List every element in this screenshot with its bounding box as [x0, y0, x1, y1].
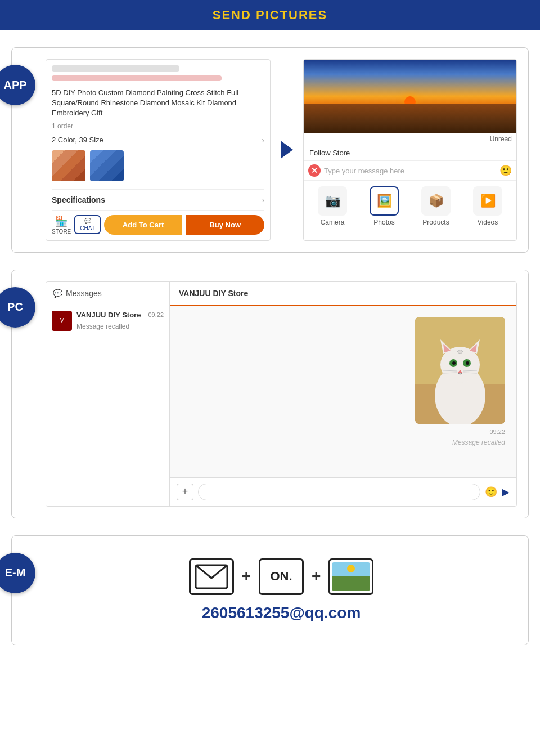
em-badge: E-M — [0, 553, 35, 593]
svg-point-11 — [466, 361, 469, 365]
chat-item-name-row: VANJUU DIY Store 09:22 — [76, 311, 164, 319]
chat-icon: 💬 — [84, 218, 91, 224]
message-input[interactable]: Type your message here — [324, 167, 496, 175]
specifications-chevron: › — [262, 195, 264, 204]
email-icon — [195, 564, 228, 589]
on-icon-box: ON. — [259, 558, 304, 595]
em-content: + ON. + 2605613255@qq.com — [46, 547, 517, 633]
messages-header: 💬 Messages — [46, 282, 169, 305]
app-product-panel: 5D DIY Photo Custom Diamond Painting Cro… — [46, 59, 271, 241]
camera-option[interactable]: 📷 Camera — [318, 186, 347, 226]
on-text: ON. — [270, 569, 292, 584]
pc-emoji-button[interactable]: 🙂 — [485, 486, 497, 498]
send-button[interactable]: ▶ — [502, 486, 510, 498]
page-header: SEND PICTURES — [0, 0, 540, 30]
thumb-img-2 — [90, 150, 124, 181]
em-icons-row: + ON. + — [189, 558, 374, 595]
right-arrow-icon — [281, 141, 293, 159]
cat-image-message — [415, 317, 505, 424]
em-section: E-M + ON. + 2605613255@qq — [11, 535, 529, 645]
chat-item[interactable]: V VANJUU DIY Store 09:22 Message recalle… — [46, 305, 169, 337]
camera-label: Camera — [321, 218, 345, 226]
chat-item-preview: Message recalled — [76, 323, 129, 330]
videos-option[interactable]: ▶️ Videos — [473, 186, 502, 226]
videos-icon-box: ▶️ — [473, 186, 502, 216]
svg-point-10 — [452, 361, 456, 365]
arrow-between — [276, 59, 298, 241]
emoji-icon[interactable]: 🙂 — [500, 164, 512, 177]
color-size-row[interactable]: 2 Color, 39 Size › — [52, 136, 264, 145]
order-text: 1 order — [52, 122, 264, 130]
products-icon-box: 📦 — [421, 186, 451, 216]
pc-section: PC 💬 Messages V VANJUU DIY Store 09:22 M… — [11, 270, 529, 518]
plus-button[interactable]: + — [177, 484, 194, 500]
chat-button[interactable]: 💬 CHAT — [74, 215, 100, 234]
videos-label: Videos — [478, 218, 498, 226]
pc-messages-area: 09:22 Message recalled — [170, 306, 516, 477]
specifications-label: Specifications — [52, 195, 105, 204]
pc-badge: PC — [0, 287, 35, 328]
messages-icon: 💬 — [53, 289, 62, 298]
image-sun — [347, 565, 355, 572]
email-address[interactable]: 2605613255@qq.com — [202, 604, 361, 622]
store-icon: 🏪 — [55, 215, 68, 227]
app-content: 5D DIY Photo Custom Diamond Painting Cro… — [46, 59, 517, 241]
message-input-row: ✕ Type your message here 🙂 — [304, 161, 516, 181]
color-size-chevron: › — [262, 136, 264, 145]
thumbnail-1[interactable] — [52, 150, 86, 181]
blurred-bar-2 — [52, 75, 222, 81]
photos-option[interactable]: 🖼️ Photos — [370, 186, 399, 226]
camera-icon-box: 📷 — [318, 186, 347, 216]
app-badge: APP — [0, 65, 35, 105]
plus-icon-1: + — [242, 567, 251, 585]
pc-chat-header: VANJUU DIY Store — [170, 282, 516, 306]
unread-label: Unread — [304, 133, 516, 145]
pc-text-input[interactable] — [198, 484, 480, 500]
product-thumbnails — [52, 150, 264, 181]
messages-label: Messages — [66, 289, 102, 298]
image-icon-box — [328, 558, 374, 595]
app-bottom-bar: 🏪 STORE 💬 CHAT Add To Cart Buy Now — [52, 210, 264, 235]
photos-icon-box: 🖼️ — [370, 186, 399, 216]
thumb-img-1 — [52, 150, 86, 181]
product-title: 5D DIY Photo Custom Diamond Painting Cro… — [52, 88, 264, 119]
store-button[interactable]: 🏪 STORE — [52, 215, 71, 235]
email-icon-box — [189, 558, 234, 595]
sunset-image — [304, 60, 516, 133]
media-options: 📷 Camera 🖼️ Photos 📦 Products ▶️ Videos — [304, 181, 516, 232]
products-option[interactable]: 📦 Products — [421, 186, 451, 226]
app-section: APP 5D DIY Photo Custom Diamond Painting… — [11, 47, 529, 253]
pc-main: VANJUU DIY Store — [170, 282, 516, 506]
store-label: STORE — [52, 229, 71, 235]
store-avatar: V — [52, 311, 72, 331]
pc-sidebar: 💬 Messages V VANJUU DIY Store 09:22 Mess… — [46, 282, 170, 506]
add-to-cart-button[interactable]: Add To Cart — [104, 215, 183, 235]
color-size-label: 2 Color, 39 Size — [52, 136, 104, 144]
plus-icon-2: + — [312, 567, 321, 585]
close-button[interactable]: ✕ — [308, 164, 321, 177]
specifications-row[interactable]: Specifications › — [52, 189, 264, 204]
buy-now-button[interactable]: Buy Now — [186, 215, 264, 235]
image-icon-inner — [332, 562, 370, 591]
pc-input-bar: + 🙂 ▶ — [170, 477, 516, 506]
thumbnail-2[interactable] — [90, 150, 124, 181]
app-messaging-panel: Unread Follow Store ✕ Type your message … — [303, 59, 517, 241]
cat-image — [415, 317, 505, 424]
blurred-bar-1 — [52, 65, 179, 72]
cat-svg — [415, 317, 505, 424]
chat-label: CHAT — [80, 225, 94, 231]
chat-item-info: VANJUU DIY Store 09:22 Message recalled — [76, 311, 164, 331]
sunset-reflection — [304, 104, 516, 133]
chat-item-time: 09:22 — [148, 311, 164, 318]
message-recalled: Message recalled — [452, 439, 505, 446]
pc-content: 💬 Messages V VANJUU DIY Store 09:22 Mess… — [46, 281, 517, 507]
message-time: 09:22 — [489, 428, 505, 435]
products-label: Products — [422, 218, 449, 226]
page-title: SEND PICTURES — [213, 8, 327, 22]
follow-store-bar[interactable]: Follow Store — [304, 145, 516, 161]
photos-label: Photos — [374, 218, 394, 226]
chat-item-name: VANJUU DIY Store — [76, 311, 141, 319]
follow-store-text: Follow Store — [309, 149, 350, 157]
